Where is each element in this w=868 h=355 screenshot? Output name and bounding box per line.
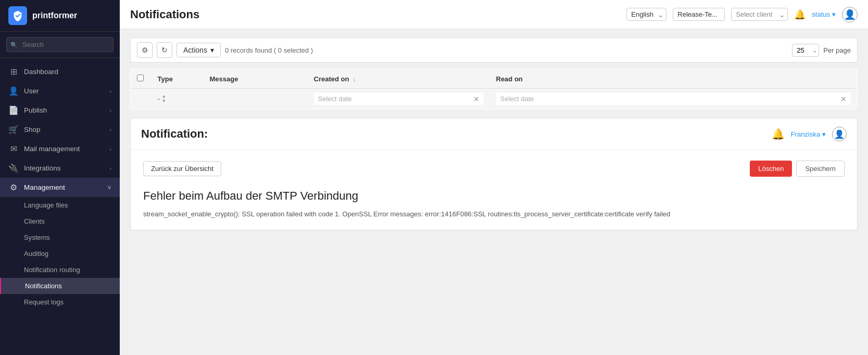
sidebar-sub-label: Auditlog bbox=[24, 250, 48, 258]
search-input[interactable] bbox=[6, 37, 114, 52]
panel-header-controls: 🔔 Franziska ▾ 👤 bbox=[772, 127, 847, 141]
sidebar-sub-request-logs[interactable]: Request logs bbox=[0, 294, 120, 310]
sidebar-sub-label: Notification routing bbox=[24, 266, 80, 274]
user-icon: 👤 bbox=[8, 86, 19, 96]
sidebar-nav: ⊞ Dashboard 👤 User › 📄 Publish › 🛒 Shop … bbox=[0, 58, 120, 355]
sidebar-item-publish[interactable]: 📄 Publish › bbox=[0, 101, 120, 120]
notification-detail-panel: Notification: 🔔 Franziska ▾ 👤 Zurück zur… bbox=[130, 118, 858, 230]
created-date-placeholder: Select date bbox=[318, 95, 470, 103]
chevron-down-icon: ∨ bbox=[107, 184, 111, 191]
chevron-down-icon: ▾ bbox=[832, 10, 836, 18]
chevron-right-icon: › bbox=[109, 146, 111, 152]
actions-label: Actions bbox=[183, 46, 207, 54]
logo-text: printformer bbox=[32, 11, 77, 20]
dashboard-icon: ⊞ bbox=[8, 67, 19, 77]
sidebar-item-shop[interactable]: 🛒 Shop › bbox=[0, 120, 120, 139]
panel-title: Notification: bbox=[141, 127, 772, 141]
notifications-table: Type Message Created on ↓ Read on bbox=[130, 69, 858, 109]
read-date-clear-icon[interactable]: ✕ bbox=[840, 95, 847, 103]
sidebar-sub-notification-routing[interactable]: Notification routing bbox=[0, 262, 120, 278]
content-area: ⚙ ↻ Actions ▾ 0 records found ( 0 select… bbox=[120, 29, 868, 355]
sidebar-search-container bbox=[0, 32, 120, 58]
read-date-placeholder: Select date bbox=[500, 95, 838, 103]
user-avatar[interactable]: 👤 bbox=[842, 7, 858, 22]
type-filter[interactable]: - ▲ ▼ bbox=[158, 94, 197, 103]
sidebar-sub-label: Request logs bbox=[24, 298, 64, 306]
read-date-filter[interactable]: Select date ✕ bbox=[496, 93, 851, 105]
sidebar-sub-label: Systems bbox=[24, 234, 50, 241]
per-page-select[interactable]: 25 50 100 bbox=[792, 44, 819, 57]
refresh-button[interactable]: ↻ bbox=[157, 42, 172, 58]
shop-icon: 🛒 bbox=[8, 125, 19, 134]
sidebar-logo: printformer bbox=[0, 0, 120, 32]
client-selector[interactable]: Select client bbox=[731, 8, 788, 21]
sidebar-item-label: Mail management bbox=[24, 145, 80, 153]
created-date-clear-icon[interactable]: ✕ bbox=[473, 95, 480, 103]
mail-icon: ✉ bbox=[8, 144, 19, 154]
select-all-checkbox[interactable] bbox=[137, 75, 144, 81]
sidebar-sub-language-files[interactable]: Language files bbox=[0, 197, 120, 213]
col-header-type: Type bbox=[152, 69, 204, 89]
status-button[interactable]: status ▾ bbox=[812, 10, 836, 18]
settings-button[interactable]: ⚙ bbox=[137, 42, 153, 58]
sidebar: printformer ⊞ Dashboard 👤 User › 📄 Publi… bbox=[0, 0, 120, 355]
back-button[interactable]: Zurück zur Übersicht bbox=[143, 161, 221, 176]
per-page-wrapper: 25 50 100 Per page bbox=[792, 44, 851, 57]
col-header-read: Read on bbox=[490, 69, 858, 89]
page-title: Notifications bbox=[130, 8, 620, 21]
sidebar-item-label: Publish bbox=[24, 106, 47, 114]
arrow-up-icon[interactable]: ▲ bbox=[162, 94, 166, 99]
sidebar-sub-auditlog[interactable]: Auditlog bbox=[0, 246, 120, 262]
sidebar-item-label: Management bbox=[24, 183, 65, 191]
sidebar-sub-label: Clients bbox=[24, 217, 45, 225]
chevron-right-icon: › bbox=[109, 127, 111, 133]
sidebar-item-dashboard[interactable]: ⊞ Dashboard bbox=[0, 62, 120, 81]
sidebar-sub-label: Language files bbox=[24, 201, 68, 209]
sidebar-item-user[interactable]: 👤 User › bbox=[0, 81, 120, 101]
notification-subject: Fehler beim Aufbau der SMTP Verbindung bbox=[143, 189, 845, 203]
panel-header: Notification: 🔔 Franziska ▾ 👤 bbox=[131, 118, 857, 150]
chevron-right-icon: › bbox=[109, 107, 111, 114]
chevron-right-icon: › bbox=[109, 165, 111, 172]
type-value: - bbox=[158, 95, 160, 103]
col-header-created[interactable]: Created on ↓ bbox=[308, 69, 490, 89]
panel-user-name[interactable]: Franziska ▾ bbox=[791, 130, 826, 138]
records-count: 0 records found ( 0 selected ) bbox=[225, 46, 788, 54]
sidebar-sub-notifications[interactable]: Notifications bbox=[0, 278, 120, 294]
panel-user-avatar[interactable]: 👤 bbox=[832, 127, 847, 141]
status-label: status bbox=[812, 10, 830, 18]
top-header: Notifications English Select client 🔔 st… bbox=[120, 0, 868, 29]
sort-icon: ↓ bbox=[353, 76, 356, 82]
sidebar-item-management[interactable]: ⚙ Management ∨ bbox=[0, 178, 120, 197]
client-select[interactable]: Select client bbox=[731, 8, 788, 21]
sidebar-item-label: User bbox=[24, 87, 39, 95]
chevron-down-icon: ▾ bbox=[822, 130, 826, 138]
sidebar-item-integrations[interactable]: 🔌 Integrations › bbox=[0, 158, 120, 178]
chevron-down-icon: ▾ bbox=[210, 46, 214, 54]
publish-icon: 📄 bbox=[8, 105, 19, 115]
arrow-down-icon[interactable]: ▼ bbox=[162, 99, 166, 103]
main-content: Notifications English Select client 🔔 st… bbox=[120, 0, 868, 355]
header-controls: English Select client 🔔 status ▾ 👤 bbox=[626, 7, 858, 22]
integrations-icon: 🔌 bbox=[8, 163, 19, 173]
save-button[interactable]: Speichern bbox=[796, 161, 845, 177]
delete-button[interactable]: Löschen bbox=[750, 161, 792, 177]
bell-icon[interactable]: 🔔 bbox=[794, 9, 806, 20]
actions-button[interactable]: Actions ▾ bbox=[177, 43, 221, 57]
release-test-input[interactable] bbox=[673, 8, 725, 21]
panel-bell-icon[interactable]: 🔔 bbox=[772, 128, 785, 140]
logo-icon[interactable] bbox=[8, 6, 27, 25]
created-date-filter[interactable]: Select date ✕ bbox=[314, 93, 484, 105]
sidebar-item-label: Integrations bbox=[24, 164, 61, 172]
col-header-message: Message bbox=[204, 69, 308, 89]
management-icon: ⚙ bbox=[8, 182, 19, 192]
sidebar-item-mail-management[interactable]: ✉ Mail management › bbox=[0, 139, 120, 158]
language-select[interactable]: English bbox=[626, 8, 666, 21]
language-selector[interactable]: English bbox=[626, 8, 666, 21]
per-page-label: Per page bbox=[823, 46, 851, 54]
sidebar-item-label: Dashboard bbox=[24, 68, 58, 76]
panel-actions-row: Zurück zur Übersicht Löschen Speichern bbox=[143, 161, 845, 177]
notification-message: stream_socket_enable_crypto(): SSL opera… bbox=[143, 209, 845, 219]
sidebar-sub-systems[interactable]: Systems bbox=[0, 229, 120, 246]
sidebar-sub-clients[interactable]: Clients bbox=[0, 213, 120, 229]
